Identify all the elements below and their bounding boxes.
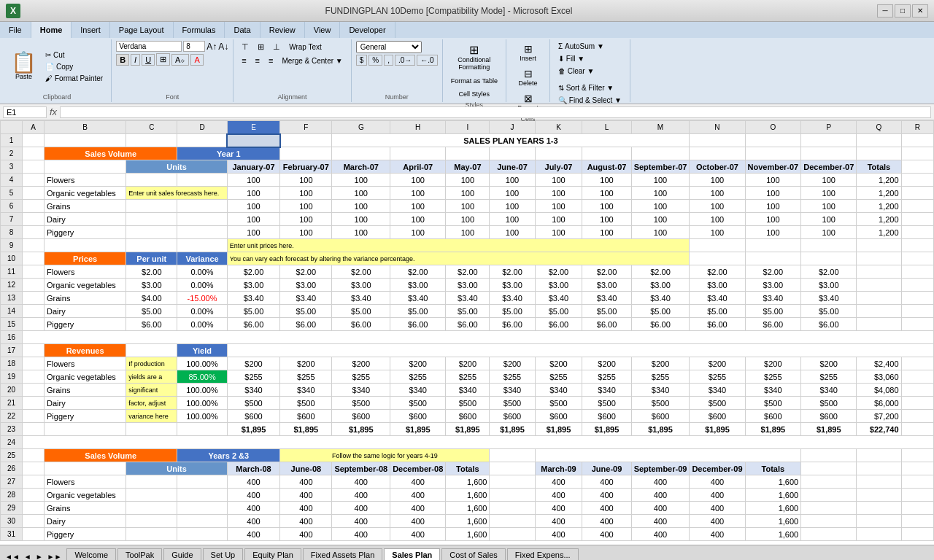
tab-guide[interactable]: Guide: [163, 548, 201, 560]
cell-reference-box[interactable]: [3, 106, 47, 118]
row-8-header[interactable]: 8: [1, 226, 23, 239]
next-sheet-button2[interactable]: ►►: [45, 553, 64, 560]
tab-file[interactable]: File: [0, 22, 31, 38]
cell-styles-button[interactable]: Cell Styles: [455, 88, 494, 100]
sales-plan-title[interactable]: SALES PLAN YEARS 1-3: [332, 134, 690, 147]
row-15-header[interactable]: 15: [1, 318, 23, 331]
maximize-button[interactable]: □: [895, 4, 911, 18]
units-header[interactable]: Units: [126, 160, 228, 174]
copy-button[interactable]: 📄 Copy: [42, 61, 107, 72]
col-G-header[interactable]: G: [332, 121, 390, 134]
font-size-input[interactable]: [183, 41, 205, 52]
italic-button[interactable]: I: [131, 54, 140, 66]
col-H-header[interactable]: H: [390, 121, 446, 134]
clear-button[interactable]: 🗑 Clear ▼: [555, 66, 625, 77]
row-22-header[interactable]: 22: [1, 410, 23, 423]
row-16-header[interactable]: 16: [1, 331, 23, 344]
tab-equity-plan[interactable]: Equity Plan: [244, 548, 301, 560]
tab-home[interactable]: Home: [31, 22, 72, 38]
col-R-header[interactable]: R: [901, 121, 933, 134]
tab-review[interactable]: Review: [260, 22, 305, 38]
format-as-table-button[interactable]: Format as Table: [447, 75, 501, 87]
col-D-header[interactable]: D: [177, 121, 227, 134]
align-top-button[interactable]: ⊤: [238, 41, 252, 53]
col-A-header[interactable]: A: [23, 121, 45, 134]
minimize-button[interactable]: ─: [877, 4, 893, 18]
row-4-header[interactable]: 4: [1, 174, 23, 187]
paste-button[interactable]: 📋 Paste: [7, 50, 40, 82]
align-bottom-button[interactable]: ⊥: [269, 41, 284, 53]
prev-sheet-button2[interactable]: ◄: [22, 553, 34, 560]
insert-button[interactable]: ⊞ Insert: [514, 41, 542, 64]
number-format-select[interactable]: GeneralNumberCurrency: [356, 41, 422, 53]
tab-fixed-expenses[interactable]: Fixed Expens...: [507, 548, 579, 560]
row-23-header[interactable]: 23: [1, 423, 23, 436]
cell-E1[interactable]: [227, 134, 280, 147]
next-sheet-button[interactable]: ►: [34, 553, 45, 560]
align-center-button[interactable]: ≡: [252, 55, 263, 66]
sort-filter-button[interactable]: ⇅ Sort & Filter ▼: [555, 82, 625, 93]
tab-page-layout[interactable]: Page Layout: [110, 22, 174, 38]
row-9-header[interactable]: 9: [1, 239, 23, 252]
row-3-header[interactable]: 3: [1, 160, 23, 174]
format-painter-button[interactable]: 🖌 Format Painter: [42, 73, 107, 84]
percent-button[interactable]: %: [368, 55, 382, 66]
row-10-header[interactable]: 10: [1, 252, 23, 265]
tab-setup[interactable]: Set Up: [203, 548, 244, 560]
col-M-header[interactable]: M: [631, 121, 690, 134]
col-L-header[interactable]: L: [582, 121, 631, 134]
col-K-header[interactable]: K: [535, 121, 582, 134]
conditional-formatting-button[interactable]: ⊞ Conditional Formatting: [449, 41, 500, 74]
decrease-decimal-button[interactable]: ←.0: [417, 55, 437, 66]
col-C-header[interactable]: C: [126, 121, 177, 134]
row-11-header[interactable]: 11: [1, 265, 23, 279]
row-25-header[interactable]: 25: [1, 449, 23, 462]
tab-formulas[interactable]: Formulas: [174, 22, 225, 38]
row-29-header[interactable]: 29: [1, 502, 23, 515]
row-14-header[interactable]: 14: [1, 305, 23, 318]
col-E-header[interactable]: E: [227, 121, 280, 134]
col-P-header[interactable]: P: [801, 121, 857, 134]
col-Q-header[interactable]: Q: [857, 121, 901, 134]
tab-fixed-assets-plan[interactable]: Fixed Assets Plan: [303, 548, 382, 560]
border-button[interactable]: ⊞: [156, 53, 170, 66]
tab-welcome[interactable]: Welcome: [66, 548, 116, 560]
row-21-header[interactable]: 21: [1, 397, 23, 410]
col-I-header[interactable]: I: [446, 121, 490, 134]
formula-input[interactable]: [60, 106, 931, 118]
row-17-header[interactable]: 17: [1, 344, 23, 357]
tab-developer[interactable]: Developer: [340, 22, 395, 38]
row-7-header[interactable]: 7: [1, 213, 23, 226]
tab-sales-plan[interactable]: Sales Plan: [384, 548, 440, 560]
align-left-button[interactable]: ≡: [238, 55, 250, 66]
font-shrink-button[interactable]: A↓: [218, 42, 228, 52]
comma-button[interactable]: ,: [384, 55, 393, 66]
row-1-header[interactable]: 1: [1, 134, 23, 147]
row-26-header[interactable]: 26: [1, 462, 23, 475]
align-middle-button[interactable]: ⊞: [254, 41, 268, 53]
col-J-header[interactable]: J: [490, 121, 535, 134]
tab-view[interactable]: View: [305, 22, 341, 38]
font-color-button[interactable]: A: [190, 54, 203, 66]
row-6-header[interactable]: 6: [1, 200, 23, 213]
row-24-header[interactable]: 24: [1, 436, 23, 449]
autosum-button[interactable]: Σ AutoSum ▼: [555, 41, 625, 52]
year1-header[interactable]: Year 1: [177, 147, 280, 160]
font-grow-button[interactable]: A↑: [207, 42, 217, 52]
row-31-header[interactable]: 31: [1, 528, 23, 541]
bold-button[interactable]: B: [116, 54, 129, 66]
row-20-header[interactable]: 20: [1, 384, 23, 397]
row-12-header[interactable]: 12: [1, 279, 23, 292]
row-19-header[interactable]: 19: [1, 370, 23, 384]
cut-button[interactable]: ✂ Cut: [42, 50, 107, 61]
col-O-header[interactable]: O: [745, 121, 801, 134]
row-13-header[interactable]: 13: [1, 292, 23, 305]
sales-volume-header[interactable]: Sales Volume: [45, 147, 177, 160]
row-2-header[interactable]: 2: [1, 147, 23, 160]
delete-button[interactable]: ⊟ Delete: [514, 66, 542, 89]
tab-data[interactable]: Data: [225, 22, 260, 38]
row-30-header[interactable]: 30: [1, 515, 23, 528]
merge-center-button[interactable]: Merge & Center ▼: [278, 55, 346, 66]
underline-button[interactable]: U: [142, 54, 155, 66]
row-28-header[interactable]: 28: [1, 489, 23, 502]
